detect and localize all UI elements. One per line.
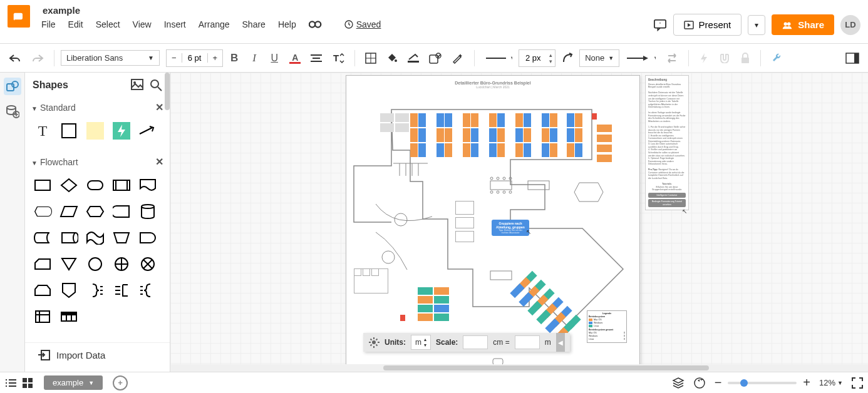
menu-insert[interactable]: Insert bbox=[164, 19, 186, 29]
menu-edit[interactable]: Edit bbox=[68, 19, 83, 29]
underline-button[interactable]: U bbox=[266, 49, 283, 67]
fc-note-right[interactable] bbox=[110, 279, 133, 302]
text-align-button[interactable] bbox=[307, 49, 326, 67]
fc-terminator[interactable] bbox=[84, 174, 106, 196]
shapes-image-icon[interactable] bbox=[131, 79, 143, 91]
layers-icon[interactable] bbox=[672, 377, 685, 389]
line-shape-button[interactable] bbox=[558, 49, 577, 67]
tutorial-button-1[interactable]: Intelligente Container bbox=[648, 193, 686, 198]
zoom-slider[interactable] bbox=[728, 382, 797, 384]
fill-color-button[interactable] bbox=[383, 49, 401, 67]
fc-table[interactable] bbox=[58, 305, 80, 328]
shapes-mode-button[interactable] bbox=[4, 78, 21, 95]
swap-ends-button[interactable] bbox=[662, 49, 682, 67]
text-options-button[interactable]: T bbox=[328, 49, 348, 67]
fc-manual-op[interactable] bbox=[110, 227, 133, 249]
group-standard-label[interactable]: Standard bbox=[40, 103, 76, 113]
group-standard-close[interactable]: ✕ bbox=[155, 101, 163, 113]
tutorial-button-2[interactable]: Bedingte Formatierung Tutorial ansehen bbox=[648, 199, 686, 207]
menu-share[interactable]: Share bbox=[242, 19, 266, 29]
scale-m-input[interactable] bbox=[515, 335, 540, 349]
horizontal-scrollbar[interactable] bbox=[170, 364, 868, 372]
fc-display[interactable] bbox=[31, 200, 54, 223]
fc-or[interactable] bbox=[137, 253, 159, 275]
menu-help[interactable]: Help bbox=[278, 19, 296, 29]
units-select[interactable]: m▴▾ bbox=[411, 335, 431, 350]
magic-button[interactable] bbox=[448, 49, 468, 67]
fullscreen-icon[interactable] bbox=[852, 377, 863, 389]
canvas-area[interactable]: Beschreibung Dieses detaillierte Büro Gr… bbox=[170, 73, 868, 372]
units-collapse-button[interactable]: ◀ bbox=[556, 333, 565, 352]
wrench-button[interactable] bbox=[767, 49, 787, 67]
fc-predefined[interactable] bbox=[110, 174, 133, 196]
font-family-select[interactable]: Liberation Sans▼ bbox=[61, 50, 160, 66]
user-avatar[interactable]: LD bbox=[840, 15, 860, 35]
fc-decision[interactable] bbox=[58, 174, 80, 196]
zoom-percent-select[interactable]: 12%▼ bbox=[819, 378, 843, 387]
shapes-search-icon[interactable] bbox=[150, 79, 162, 91]
shape-sticky-note[interactable] bbox=[84, 120, 106, 142]
outline-view-icon[interactable] bbox=[5, 378, 16, 388]
scale-cm-input[interactable] bbox=[463, 335, 488, 349]
shape-style-button[interactable] bbox=[361, 49, 380, 67]
shape-options-button[interactable] bbox=[425, 49, 445, 67]
present-button[interactable]: Present bbox=[673, 14, 742, 36]
line-end-select[interactable]: ▼ bbox=[622, 49, 659, 67]
magnet-button[interactable] bbox=[715, 49, 734, 67]
fc-stored-data[interactable] bbox=[31, 227, 54, 249]
shape-rectangle[interactable] bbox=[58, 120, 80, 142]
line-width-input[interactable] bbox=[519, 50, 547, 66]
find-icon[interactable] bbox=[309, 19, 323, 29]
menu-file[interactable]: File bbox=[41, 19, 56, 29]
fc-delay[interactable] bbox=[137, 227, 159, 249]
font-size-increase[interactable]: + bbox=[207, 53, 223, 63]
text-color-button[interactable]: A bbox=[286, 49, 304, 67]
data-mode-button[interactable] bbox=[4, 103, 21, 120]
line-width-stepper[interactable]: ▴▾ bbox=[547, 52, 555, 64]
add-page-button[interactable]: + bbox=[113, 375, 128, 390]
fc-loop-limit[interactable] bbox=[31, 279, 54, 302]
grid-view-icon[interactable] bbox=[23, 378, 33, 388]
fc-summing[interactable] bbox=[110, 253, 133, 275]
menu-arrange[interactable]: Arrange bbox=[199, 19, 230, 29]
app-logo[interactable] bbox=[8, 5, 30, 28]
font-size-decrease[interactable]: − bbox=[167, 53, 182, 63]
menu-view[interactable]: View bbox=[133, 19, 152, 29]
fc-internal-storage[interactable] bbox=[110, 200, 133, 223]
undo-button[interactable] bbox=[5, 49, 25, 67]
panel-toggle-button[interactable] bbox=[842, 49, 863, 67]
zoom-in-button[interactable]: + bbox=[803, 375, 810, 390]
saved-status[interactable]: Saved bbox=[344, 19, 381, 29]
fc-paper-tape[interactable] bbox=[84, 227, 106, 249]
font-size-input[interactable] bbox=[182, 50, 207, 66]
fc-data[interactable] bbox=[58, 200, 80, 223]
italic-button[interactable]: I bbox=[245, 49, 263, 67]
fc-brace-left[interactable] bbox=[137, 279, 159, 302]
menu-select[interactable]: Select bbox=[96, 19, 120, 29]
page-tab-example[interactable]: example▼ bbox=[44, 375, 103, 390]
line-style-button[interactable]: ▼ bbox=[481, 49, 516, 67]
shape-arrow[interactable] bbox=[137, 120, 159, 142]
fc-direct-data[interactable] bbox=[58, 227, 80, 249]
fc-brace-right[interactable] bbox=[84, 279, 106, 302]
flash-button[interactable] bbox=[695, 49, 713, 67]
target-icon[interactable] bbox=[693, 377, 706, 389]
border-color-button[interactable] bbox=[404, 49, 423, 67]
comment-icon[interactable]: ” bbox=[653, 19, 667, 31]
fc-database[interactable] bbox=[137, 200, 159, 223]
group-flowchart-label[interactable]: Flowchart bbox=[40, 157, 78, 167]
group-flowchart-close[interactable]: ✕ bbox=[155, 156, 163, 168]
fc-offpage[interactable] bbox=[58, 279, 80, 302]
bold-button[interactable]: B bbox=[225, 49, 243, 67]
zoom-out-button[interactable]: − bbox=[715, 375, 722, 390]
fc-connector[interactable] bbox=[84, 253, 106, 275]
shape-text[interactable]: T bbox=[31, 120, 54, 142]
shape-action[interactable] bbox=[110, 120, 133, 142]
import-data-button[interactable]: Import Data bbox=[25, 342, 170, 367]
share-button[interactable]: Share bbox=[772, 14, 834, 35]
fc-card[interactable] bbox=[31, 253, 54, 275]
fc-preparation[interactable] bbox=[84, 200, 106, 223]
settings-gear-icon[interactable] bbox=[368, 337, 380, 348]
lock-button[interactable] bbox=[736, 49, 754, 67]
line-start-select[interactable]: None▼ bbox=[579, 49, 619, 67]
